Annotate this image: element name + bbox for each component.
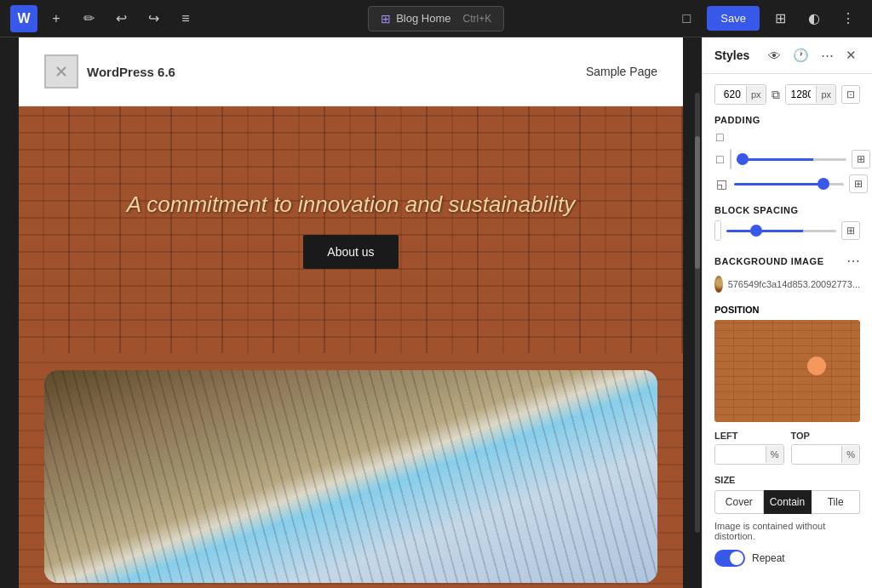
hero-section: A commitment to innovation and sustainab…	[19, 106, 683, 353]
page-tab-icon: ⊞	[381, 12, 391, 26]
site-logo	[44, 54, 78, 88]
preview-button[interactable]: □	[673, 5, 700, 32]
toolbar-center: ⊞ Blog Home Ctrl+K	[206, 6, 666, 31]
padding-adjust-button2[interactable]: ⊞	[849, 174, 868, 193]
site-title: WordPress 6.6	[87, 65, 175, 79]
repeat-row: Repeat	[714, 550, 860, 567]
bg-image-info: 576549fc3a14d853.20092773...	[714, 276, 860, 293]
page-tab-shortcut: Ctrl+K	[462, 13, 491, 25]
spacing-input-group: rem	[714, 220, 721, 241]
panel-close-button[interactable]: ✕	[842, 46, 860, 65]
site-logo-area: WordPress 6.6	[44, 54, 175, 88]
padding-adjust-button[interactable]: ⊞	[852, 150, 870, 168]
panel-header-actions: 👁 🕐 ⋯ ✕	[765, 46, 860, 65]
repeat-label: Repeat	[752, 552, 785, 564]
panel-header: Styles 👁 🕐 ⋯ ✕	[703, 37, 872, 74]
save-button[interactable]: Save	[707, 6, 760, 31]
dark-mode-button[interactable]: ◐	[800, 5, 828, 32]
canvas-scrollbar[interactable]	[695, 93, 700, 534]
sidebar-toggle-button[interactable]: ⊞	[766, 5, 794, 32]
dim1-input-group: px	[714, 84, 766, 105]
undo-button[interactable]: ↩	[107, 5, 135, 32]
page-header: WordPress 6.6 Sample Page	[19, 37, 683, 106]
toolbar-left: W + ✏ ↩ ↪ ≡	[10, 5, 199, 32]
padding-slider-row2: ◱ ⊞	[714, 174, 860, 193]
canvas-area: WordPress 6.6 Sample Page A commitment t…	[0, 37, 702, 588]
padding-input-group: px	[730, 149, 731, 169]
styles-panel: Styles 👁 🕐 ⋯ ✕ px ⧉ px ⊡	[702, 37, 872, 588]
toolbar: W + ✏ ↩ ↪ ≡ ⊞ Blog Home Ctrl+K □ Save ⊞ …	[0, 0, 872, 37]
canvas-scroll-thumb	[695, 136, 700, 268]
top-unit: %	[841, 446, 859, 463]
top-label: TOP	[791, 431, 861, 441]
dim2-input[interactable]	[786, 85, 817, 104]
hero-content: A commitment to innovation and sustainab…	[19, 106, 683, 353]
padding-label: PADDING	[714, 115, 860, 125]
bg-image-more-button[interactable]: ⋯	[846, 253, 860, 269]
left-label: LEFT	[714, 431, 784, 441]
add-button[interactable]: +	[43, 5, 70, 32]
tools-button[interactable]: ✏	[75, 5, 102, 32]
hero-cta-button[interactable]: About us	[303, 235, 398, 269]
top-input[interactable]	[792, 445, 842, 464]
left-unit: %	[766, 446, 783, 463]
bg-thumbnail	[714, 276, 723, 293]
padding-slider[interactable]	[737, 158, 846, 161]
wp-logo[interactable]: W	[10, 5, 37, 32]
size-cover-button[interactable]: Cover	[714, 490, 764, 514]
building-image	[44, 370, 657, 583]
dim1-input[interactable]	[715, 85, 746, 104]
bg-image-label: Background image	[714, 256, 824, 266]
block-spacing-row: rem ⊞	[714, 220, 860, 241]
size-tile-button[interactable]: Tile	[812, 490, 860, 514]
padding-unlink-all-button[interactable]: □	[714, 130, 725, 144]
dimension-row: px ⧉ px ⊡	[714, 84, 860, 105]
block-spacing-label: BLOCK SPACING	[714, 205, 860, 215]
padding-slider2[interactable]	[734, 183, 844, 186]
left-group: LEFT %	[714, 431, 784, 465]
page-tab[interactable]: ⊞ Blog Home Ctrl+K	[368, 6, 504, 31]
position-preview[interactable]	[714, 320, 860, 422]
size-note: Image is contained without distortion.	[714, 521, 860, 541]
padding-input[interactable]	[731, 150, 731, 168]
dim1-unit: px	[746, 86, 766, 103]
padding-section: PADDING □ □ px ⊞ ◱ ⊞	[714, 115, 860, 193]
options-button[interactable]: ⋮	[835, 5, 862, 32]
dim2-unit: px	[816, 86, 835, 103]
top-input-wrap: %	[791, 444, 861, 465]
list-button[interactable]: ≡	[172, 5, 199, 32]
building-lines	[44, 370, 657, 583]
toolbar-right: □ Save ⊞ ◐ ⋮	[673, 5, 862, 32]
left-input[interactable]	[715, 445, 766, 464]
panel-more-button[interactable]: ⋯	[818, 46, 837, 65]
size-label: SIZE	[714, 475, 860, 485]
repeat-toggle[interactable]	[714, 550, 745, 567]
page-frame: WordPress 6.6 Sample Page A commitment t…	[19, 37, 683, 588]
padding-single-button[interactable]: □	[714, 152, 725, 166]
bg-image-header: Background image ⋯	[714, 253, 860, 269]
dim2-input-group: px	[785, 84, 837, 105]
dim-adjust-button[interactable]: ⊡	[841, 85, 860, 104]
panel-history-button[interactable]: 🕐	[789, 46, 812, 65]
padding-row: □ px ⊞	[714, 149, 860, 169]
panel-title: Styles	[714, 49, 749, 62]
panel-eye-button[interactable]: 👁	[765, 47, 784, 65]
repeat-toggle-thumb	[730, 551, 743, 565]
spacing-adjust-button[interactable]: ⊞	[841, 221, 860, 240]
bg-image-section: Background image ⋯ 576549fc3a14d853.2009…	[714, 253, 860, 293]
padding-corner-button[interactable]: ◱	[714, 177, 729, 191]
dim-link-button[interactable]: ⧉	[772, 88, 780, 102]
redo-button[interactable]: ↪	[140, 5, 167, 32]
left-top-row: LEFT % TOP %	[714, 431, 860, 465]
nav-link[interactable]: Sample Page	[586, 65, 657, 78]
position-preview-bg	[714, 320, 860, 422]
size-contain-button[interactable]: Contain	[764, 490, 812, 514]
left-input-wrap: %	[714, 444, 784, 465]
top-group: TOP %	[791, 431, 861, 465]
main-layout: WordPress 6.6 Sample Page A commitment t…	[0, 37, 872, 588]
position-indicator[interactable]	[807, 357, 826, 375]
spacing-input[interactable]	[715, 221, 721, 240]
page-tab-label: Blog Home	[396, 12, 450, 25]
spacing-slider[interactable]	[726, 230, 836, 232]
hero-headline: A commitment to innovation and sustainab…	[127, 191, 576, 218]
